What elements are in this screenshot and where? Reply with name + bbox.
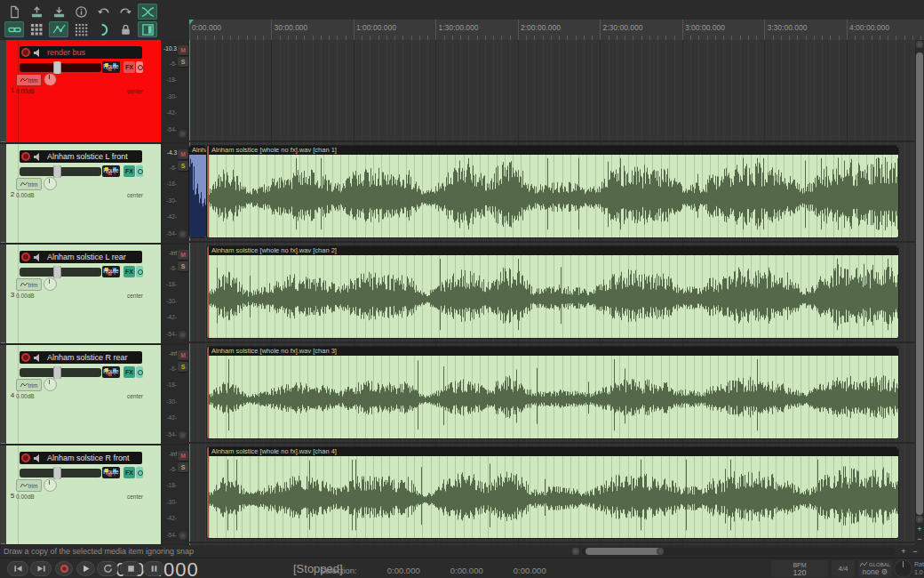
stop-button[interactable] <box>120 561 141 576</box>
phase-knob[interactable] <box>179 331 187 339</box>
volume-slider-thumb[interactable] <box>53 61 61 74</box>
route-button[interactable]: Route <box>102 467 120 478</box>
go-to-end-button[interactable] <box>30 561 52 576</box>
track-lane-1[interactable] <box>189 40 924 142</box>
vertical-zoom-out-button[interactable]: − <box>915 534 924 543</box>
solo-button[interactable]: S <box>178 57 188 67</box>
arrange-view[interactable]: AlnharAlnham solstice [whole no fx].wav … <box>189 40 924 545</box>
fx-enable-button[interactable] <box>136 165 143 177</box>
pan-knob[interactable] <box>44 478 57 492</box>
track-name-bar[interactable]: render bus <box>20 46 142 59</box>
solo-button[interactable]: S <box>178 161 188 171</box>
route-button[interactable]: Route <box>102 165 120 177</box>
track-name[interactable]: Alnham solstice R front <box>47 454 130 462</box>
vscroll-top-dot[interactable] <box>916 41 923 48</box>
mute-button[interactable]: M <box>178 350 188 360</box>
grouping-toggle-icon[interactable] <box>4 21 24 37</box>
track-panel-4[interactable]: 4Alnham solstice R rearRouteFXtrim0.00dB… <box>0 345 161 444</box>
pan-knob[interactable] <box>44 277 57 291</box>
fx-button[interactable]: FX <box>123 61 135 73</box>
save-project-icon[interactable] <box>49 4 68 20</box>
track-lane-5[interactable]: Alnham solstice [whole no fx].wav [chan … <box>189 446 924 543</box>
pan-knob[interactable] <box>44 177 57 190</box>
undo-icon[interactable] <box>93 4 113 20</box>
route-button[interactable]: Route <box>102 366 120 378</box>
pause-button[interactable] <box>143 561 164 576</box>
redo-icon[interactable] <box>116 4 135 20</box>
horizontal-scrollbar[interactable] <box>582 548 896 555</box>
record-button[interactable] <box>55 561 73 576</box>
solo-button[interactable]: S <box>178 362 188 372</box>
play-button[interactable] <box>76 561 95 576</box>
crossfade-toggle-icon[interactable] <box>138 4 157 20</box>
fx-button[interactable]: FX <box>123 266 135 277</box>
global-automation-box[interactable]: GLOBAL none ⚙ <box>858 560 892 577</box>
open-project-icon[interactable] <box>27 4 46 20</box>
fx-enable-button[interactable] <box>136 366 143 378</box>
route-button[interactable]: Route <box>102 61 120 73</box>
go-to-start-button[interactable] <box>7 561 28 576</box>
vertical-scrollbar-thumb[interactable] <box>916 52 923 515</box>
volume-slider-thumb[interactable] <box>53 266 61 278</box>
track-panel-5[interactable]: 5Alnham solstice R frontRouteFXtrim0.00d… <box>0 446 161 544</box>
media-item[interactable]: Alnham solstice [whole no fx].wav [chan … <box>207 246 898 338</box>
pan-knob[interactable] <box>44 378 57 391</box>
automation-mode[interactable]: none ⚙ <box>858 567 892 576</box>
phase-knob[interactable] <box>179 431 187 439</box>
hscroll-thumb-dot[interactable] <box>657 548 664 555</box>
record-arm-button[interactable] <box>21 353 30 362</box>
record-arm-button[interactable] <box>21 152 30 161</box>
track-name-bar[interactable]: Alnham solstice R front <box>20 452 142 464</box>
track-name[interactable]: render bus <box>47 48 85 57</box>
playrate-knob[interactable] <box>894 559 912 578</box>
record-arm-button[interactable] <box>21 454 30 462</box>
track-name-bar[interactable]: Alnham solstice L front <box>20 150 142 163</box>
track-name[interactable]: Alnham solstice R rear <box>47 353 128 362</box>
fx-button[interactable]: FX <box>123 467 135 478</box>
trim-envelope-button[interactable]: trim <box>16 479 42 492</box>
selection-length[interactable]: 0:00.000 <box>514 566 546 575</box>
hscroll-left-dot[interactable] <box>572 548 579 555</box>
docker-toggle-icon[interactable] <box>138 21 157 37</box>
track-lane-2[interactable]: AlnharAlnham solstice [whole no fx].wav … <box>189 144 924 243</box>
track-panel-3[interactable]: 3Alnham solstice L rearRouteFXtrim0.00dB… <box>0 245 161 343</box>
horizontal-zoom-in-button[interactable]: + <box>899 547 908 556</box>
phase-knob[interactable] <box>179 130 187 138</box>
fx-enable-button[interactable] <box>136 266 143 277</box>
volume-slider-thumb[interactable] <box>53 467 61 479</box>
mute-button[interactable]: M <box>178 149 188 159</box>
vscroll-bottom-dot[interactable] <box>916 516 923 523</box>
solo-button[interactable]: S <box>178 462 188 472</box>
locking-toggle-icon[interactable] <box>116 21 135 37</box>
track-name[interactable]: Alnham solstice L front <box>47 152 128 161</box>
vertical-zoom-in-button[interactable]: + <box>915 525 924 534</box>
timeline-ruler[interactable]: 0:00.00030:00.0001:00:00.0001:30:00.0002… <box>189 20 924 41</box>
time-signature-box[interactable]: 4/4 <box>832 560 855 577</box>
volume-slider-thumb[interactable] <box>53 366 61 379</box>
phase-knob[interactable] <box>179 532 187 540</box>
trim-envelope-button[interactable]: trim <box>16 278 42 291</box>
snap-toggle-icon[interactable] <box>93 21 113 37</box>
pan-knob[interactable] <box>44 73 57 86</box>
route-button[interactable]: Route <box>102 266 120 277</box>
track-lane-4[interactable]: Alnham solstice [whole no fx].wav [chan … <box>189 345 924 444</box>
track-panel-2[interactable]: 2Alnham solstice L frontRouteFXtrim0.00d… <box>0 144 161 243</box>
volume-slider-thumb[interactable] <box>53 165 61 178</box>
new-project-icon[interactable] <box>4 4 24 20</box>
record-arm-button[interactable] <box>21 48 30 57</box>
vertical-scrollbar[interactable] <box>915 40 924 545</box>
track-name-bar[interactable]: Alnham solstice R rear <box>20 351 142 364</box>
mute-button[interactable]: M <box>178 45 188 55</box>
repeat-button[interactable] <box>97 561 118 576</box>
media-item[interactable]: Alnham solstice [whole no fx].wav [chan … <box>207 447 898 538</box>
grid-toggle-icon[interactable] <box>71 21 91 37</box>
selection-start[interactable]: 0:00.000 <box>387 566 420 575</box>
bpm-value[interactable]: 120 <box>771 568 828 577</box>
fx-enable-button[interactable] <box>136 61 143 73</box>
trim-envelope-button[interactable]: trim <box>16 379 42 391</box>
track-name[interactable]: Alnham solstice L rear <box>47 253 126 261</box>
trim-envelope-button[interactable]: trim <box>16 74 42 86</box>
fx-button[interactable]: FX <box>123 366 135 378</box>
track-panel-1[interactable]: 1render busRouteFXtrim0.00dBcenter <box>0 40 161 142</box>
phase-knob[interactable] <box>179 230 187 238</box>
